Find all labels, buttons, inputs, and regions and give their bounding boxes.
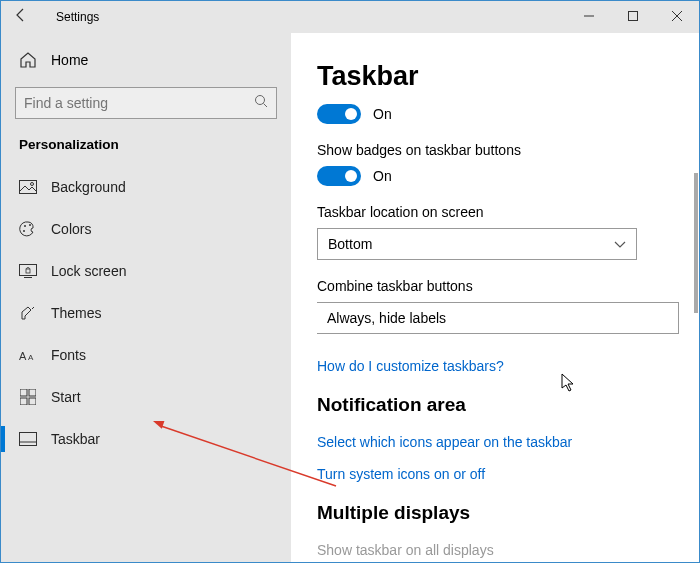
nav-themes[interactable]: Themes (1, 292, 291, 334)
window-title: Settings (41, 10, 99, 24)
svg-point-9 (29, 224, 31, 226)
maximize-button[interactable] (611, 1, 655, 31)
main-toggle[interactable] (317, 104, 361, 124)
section-label: Personalization (1, 137, 291, 166)
nav-start[interactable]: Start (1, 376, 291, 418)
palette-icon (19, 220, 37, 238)
search-box[interactable] (15, 87, 277, 119)
minimize-button[interactable] (567, 1, 611, 31)
nav-label: Start (51, 389, 81, 405)
close-button[interactable] (655, 1, 699, 31)
badges-toggle-state: On (373, 168, 392, 184)
svg-line-5 (264, 104, 268, 108)
back-button[interactable] (1, 7, 41, 27)
badges-label: Show badges on taskbar buttons (317, 142, 679, 158)
select-icons-link[interactable]: Select which icons appear on the taskbar (317, 434, 679, 450)
home-button[interactable]: Home (1, 41, 291, 79)
badges-toggle-row: On (317, 166, 679, 186)
help-link[interactable]: How do I customize taskbars? (317, 358, 679, 374)
combine-dropdown[interactable]: Always, hide labels (317, 302, 679, 334)
svg-rect-6 (20, 181, 37, 194)
picture-icon (19, 178, 37, 196)
svg-rect-21 (20, 433, 37, 446)
content-pane: Taskbar On Show badges on taskbar button… (291, 33, 699, 562)
svg-point-10 (23, 230, 25, 232)
multi-faded-label: Show taskbar on all displays (317, 542, 679, 558)
notification-heading: Notification area (317, 394, 679, 416)
nav-label: Background (51, 179, 126, 195)
home-icon (19, 51, 37, 69)
svg-rect-19 (20, 398, 27, 405)
svg-rect-17 (20, 389, 27, 396)
sidebar: Home Personalization Background Colors L… (1, 33, 291, 562)
nav-fonts[interactable]: AA Fonts (1, 334, 291, 376)
location-label: Taskbar location on screen (317, 204, 679, 220)
nav-label: Lock screen (51, 263, 126, 279)
svg-rect-11 (20, 265, 37, 276)
nav-lock-screen[interactable]: Lock screen (1, 250, 291, 292)
main-toggle-state: On (373, 106, 392, 122)
combine-value: Always, hide labels (327, 310, 446, 326)
svg-point-8 (24, 225, 26, 227)
nav-label: Taskbar (51, 431, 100, 447)
themes-icon (19, 304, 37, 322)
taskbar-icon (19, 430, 37, 448)
content-scroll[interactable]: Taskbar On Show badges on taskbar button… (317, 61, 699, 562)
home-label: Home (51, 52, 88, 68)
system-icons-link[interactable]: Turn system icons on or off (317, 466, 679, 482)
window-controls (567, 1, 699, 31)
page-title: Taskbar (317, 61, 679, 92)
multiple-displays-heading: Multiple displays (317, 502, 679, 524)
start-icon (19, 388, 37, 406)
nav-taskbar[interactable]: Taskbar (1, 418, 291, 460)
svg-text:A: A (19, 350, 27, 362)
scrollbar[interactable] (694, 173, 698, 313)
svg-rect-18 (29, 389, 36, 396)
nav-label: Colors (51, 221, 91, 237)
nav-background[interactable]: Background (1, 166, 291, 208)
svg-text:A: A (28, 353, 34, 362)
svg-rect-13 (26, 269, 30, 273)
nav-label: Themes (51, 305, 102, 321)
svg-point-4 (256, 96, 265, 105)
svg-rect-1 (629, 12, 638, 21)
lock-screen-icon (19, 262, 37, 280)
location-value: Bottom (328, 236, 372, 252)
search-input[interactable] (24, 95, 254, 111)
badges-toggle[interactable] (317, 166, 361, 186)
combine-label: Combine taskbar buttons (317, 278, 679, 294)
search-icon (254, 94, 268, 112)
svg-line-14 (32, 307, 34, 309)
main-toggle-row: On (317, 104, 679, 124)
app-body: Home Personalization Background Colors L… (1, 33, 699, 562)
fonts-icon: AA (19, 346, 37, 364)
nav-colors[interactable]: Colors (1, 208, 291, 250)
svg-point-7 (31, 183, 34, 186)
nav-label: Fonts (51, 347, 86, 363)
titlebar: Settings (1, 1, 699, 33)
location-dropdown[interactable]: Bottom (317, 228, 637, 260)
chevron-down-icon (614, 236, 626, 252)
svg-rect-20 (29, 398, 36, 405)
